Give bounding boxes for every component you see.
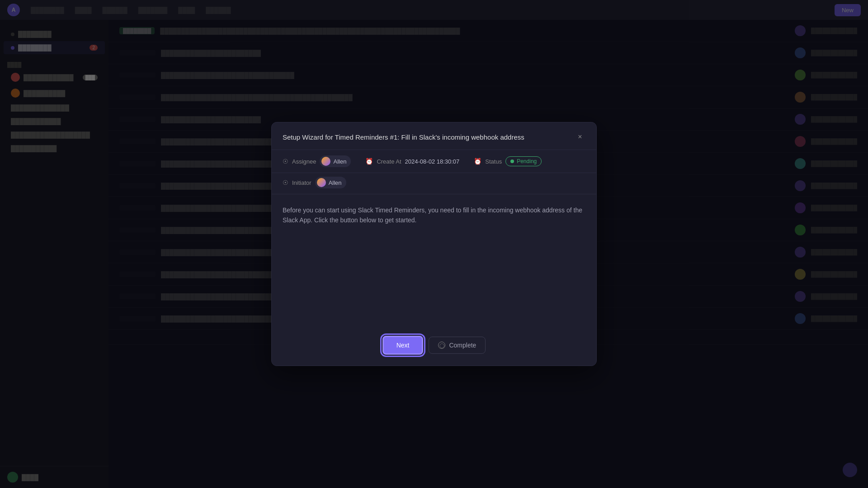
status-group: ⏰ Status Pending <box>474 156 542 166</box>
close-button[interactable]: × <box>575 131 585 142</box>
assignee-name: Allen <box>333 158 346 165</box>
modal-meta: ☉ Assignee Allen ⏰ Create At 2024-08-02 … <box>272 150 596 173</box>
modal-body: Before you can start using Slack Timed R… <box>272 194 596 328</box>
status-value: Pending <box>517 158 537 164</box>
create-at-value: 2024-08-02 18:30:07 <box>405 158 460 165</box>
initiator-row: ☉ Initiator Allen <box>272 173 596 194</box>
status-badge: Pending <box>505 156 542 166</box>
create-at-group: ⏰ Create At 2024-08-02 18:30:07 <box>365 158 459 165</box>
next-button[interactable]: Next <box>382 336 424 355</box>
modal-overlay: Setup Wizard for Timed Reminders #1: Fil… <box>0 0 868 488</box>
assignee-avatar <box>321 157 330 166</box>
modal-body-text: Before you can start using Slack Timed R… <box>283 205 585 225</box>
status-clock-icon: ⏰ <box>474 158 481 165</box>
assignee-icon: ☉ <box>283 158 288 165</box>
initiator-chip: Allen <box>315 177 346 188</box>
status-dot <box>510 160 514 163</box>
setup-wizard-modal: Setup Wizard for Timed Reminders #1: Fil… <box>271 122 597 366</box>
modal-title: Setup Wizard for Timed Reminders #1: Fil… <box>283 133 524 141</box>
initiator-label: Initiator <box>292 179 311 186</box>
complete-label: Complete <box>449 342 476 349</box>
assignee-chip: Allen <box>320 155 351 167</box>
clock-icon: ⏰ <box>365 158 373 165</box>
assignee-label: Assignee <box>292 158 316 165</box>
complete-icon: ◯ <box>438 342 445 349</box>
create-at-label: Create At <box>377 158 401 165</box>
initiator-name: Allen <box>329 179 342 186</box>
status-label: Status <box>485 158 502 165</box>
initiator-avatar <box>317 178 326 187</box>
assignee-group: ☉ Assignee Allen <box>283 155 351 167</box>
modal-header: Setup Wizard for Timed Reminders #1: Fil… <box>272 122 596 150</box>
initiator-icon: ☉ <box>283 179 288 186</box>
modal-footer: Next ◯ Complete <box>272 328 596 366</box>
complete-button[interactable]: ◯ Complete <box>429 337 486 354</box>
